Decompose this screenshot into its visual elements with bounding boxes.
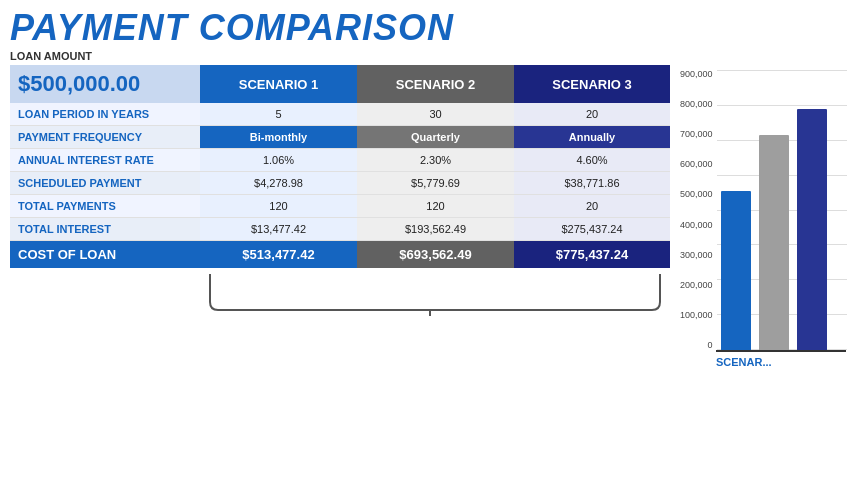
cost-of-loan-label: COST OF LOAN: [10, 241, 200, 269]
right-section: 900,000 800,000 700,000 600,000 500,000 …: [670, 10, 849, 503]
left-section: PAYMENT COMPARISON LOAN AMOUNT $500,000.…: [10, 10, 670, 503]
total-interest-row: TOTAL INTEREST $13,477.42 $193,562.49 $2…: [10, 218, 670, 241]
total-payments-s1: 120: [200, 195, 357, 218]
total-payments-label: TOTAL PAYMENTS: [10, 195, 200, 218]
page-title: PAYMENT COMPARISON: [10, 10, 670, 46]
scheduled-payment-s2: $5,779.69: [357, 172, 514, 195]
table-wrapper: $500,000.00 SCENARIO 1 SCENARIO 2 SCENAR…: [10, 65, 670, 268]
bar-fill-s3: [797, 109, 827, 350]
y-label-400k: 400,000: [680, 221, 713, 230]
chart-y-axis: 900,000 800,000 700,000 600,000 500,000 …: [680, 70, 847, 350]
comparison-table: $500,000.00 SCENARIO 1 SCENARIO 2 SCENAR…: [10, 65, 670, 268]
y-label-200k: 200,000: [680, 281, 713, 290]
bars-row: [717, 70, 847, 350]
scheduled-payment-s1: $4,278.98: [200, 172, 357, 195]
y-label-600k: 600,000: [680, 160, 713, 169]
total-interest-label: TOTAL INTEREST: [10, 218, 200, 241]
bar-fill-s1: [721, 191, 751, 350]
loan-period-s2: 30: [357, 103, 514, 126]
y-label-900k: 900,000: [680, 70, 713, 79]
y-label-100k: 100,000: [680, 311, 713, 320]
y-label-700k: 700,000: [680, 130, 713, 139]
y-label-500k: 500,000: [680, 190, 713, 199]
payment-freq-s2: Quarterly: [357, 126, 514, 149]
total-interest-s3: $275,437.24: [514, 218, 670, 241]
chart-x-axis-line: [716, 350, 846, 352]
scenario-1-header: SCENARIO 1: [200, 65, 357, 103]
total-interest-s2: $193,562.49: [357, 218, 514, 241]
interest-rate-label: ANNUAL INTEREST RATE: [10, 149, 200, 172]
scheduled-payment-label: SCHEDULED PAYMENT: [10, 172, 200, 195]
cost-of-loan-s2: $693,562.49: [357, 241, 514, 269]
interest-rate-row: ANNUAL INTEREST RATE 1.06% 2.30% 4.60%: [10, 149, 670, 172]
total-payments-row: TOTAL PAYMENTS 120 120 20: [10, 195, 670, 218]
loan-period-s1: 5: [200, 103, 357, 126]
loan-amount-value: $500,000.00: [10, 65, 200, 103]
payment-freq-s3: Annually: [514, 126, 670, 149]
loan-amount-label: LOAN AMOUNT: [10, 50, 670, 62]
loan-amount-row: $500,000.00 SCENARIO 1 SCENARIO 2 SCENAR…: [10, 65, 670, 103]
payment-freq-row: PAYMENT FREQUENCY Bi-monthly Quarterly A…: [10, 126, 670, 149]
y-label-800k: 800,000: [680, 100, 713, 109]
scenario-3-header: SCENARIO 3: [514, 65, 670, 103]
bar-s1: [721, 191, 751, 350]
scenario-2-header: SCENARIO 2: [357, 65, 514, 103]
cost-of-loan-s3: $775,437.24: [514, 241, 670, 269]
y-labels: 900,000 800,000 700,000 600,000 500,000 …: [680, 70, 717, 350]
loan-period-label: LOAN PERIOD IN YEARS: [10, 103, 200, 126]
chart-bars-area: [717, 70, 847, 350]
scheduled-payment-s3: $38,771.86: [514, 172, 670, 195]
interest-rate-s1: 1.06%: [200, 149, 357, 172]
chart-scenario-label: SCENAR...: [716, 356, 772, 368]
loan-period-row: LOAN PERIOD IN YEARS 5 30 20: [10, 103, 670, 126]
bar-fill-s2: [759, 135, 789, 350]
bar-s3: [797, 109, 827, 350]
payment-freq-label: PAYMENT FREQUENCY: [10, 126, 200, 149]
chart-area: 900,000 800,000 700,000 600,000 500,000 …: [680, 70, 849, 390]
scheduled-payment-row: SCHEDULED PAYMENT $4,278.98 $5,779.69 $3…: [10, 172, 670, 195]
loan-period-s3: 20: [514, 103, 670, 126]
y-label-0: 0: [708, 341, 713, 350]
y-label-300k: 300,000: [680, 251, 713, 260]
bracket-container: [10, 268, 670, 318]
total-interest-s1: $13,477.42: [200, 218, 357, 241]
total-payments-s3: 20: [514, 195, 670, 218]
chart-label-row: SCENAR...: [716, 356, 772, 368]
main-container: PAYMENT COMPARISON LOAN AMOUNT $500,000.…: [0, 0, 849, 503]
cost-of-loan-s1: $513,477.42: [200, 241, 357, 269]
cost-of-loan-row: COST OF LOAN $513,477.42 $693,562.49 $77…: [10, 241, 670, 269]
total-payments-s2: 120: [357, 195, 514, 218]
bar-s2: [759, 135, 789, 350]
bracket-icon: [205, 272, 665, 317]
payment-freq-s1: Bi-monthly: [200, 126, 357, 149]
interest-rate-s2: 2.30%: [357, 149, 514, 172]
interest-rate-s3: 4.60%: [514, 149, 670, 172]
